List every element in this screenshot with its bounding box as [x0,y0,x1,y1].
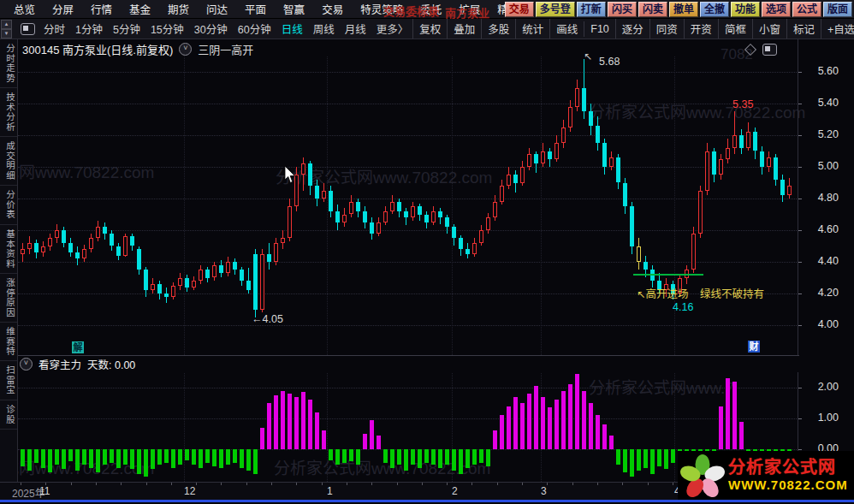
candle-body [205,270,210,277]
x-axis-tick [522,483,523,485]
toolbar-action-复权[interactable]: 复权 [412,19,447,39]
candle-body [329,191,333,211]
window-layout-icon[interactable] [21,23,35,35]
candle-body [575,88,579,107]
chevron-down-icon[interactable]: ˅ [20,358,33,371]
diamond-marker-icon[interactable] [744,44,756,56]
toolbar-action-小窗[interactable]: 小窗 [752,19,786,39]
chart-badge-财[interactable]: 财 [748,341,760,353]
quick-button-功能[interactable]: 功能 [731,2,760,17]
histogram-bar [157,449,162,465]
candle-body [520,167,525,183]
histogram-bar [103,449,107,465]
quick-button-选项[interactable]: 选项 [762,2,791,17]
toolbar-action-+自选[interactable]: +自选 [821,19,854,39]
toolbar-action-简框[interactable]: 简框 [718,19,752,39]
period-tab-周线[interactable]: 周线 [309,21,339,37]
histogram-bar [75,449,80,471]
quick-button-交易[interactable]: 交易 [505,2,534,17]
y-axis-label: 4.00 [801,318,839,330]
x-axis-tick [146,483,147,485]
x-axis-tick [45,483,46,485]
menu-item-分屏[interactable]: 分屏 [44,1,82,17]
quick-button-闪买[interactable]: 闪买 [608,2,637,17]
quick-button-闪卖[interactable]: 闪卖 [638,2,667,17]
toolbar-action-多股[interactable]: 多股 [481,19,515,39]
period-tab-30分钟[interactable]: 30分钟 [190,21,232,37]
period-tab-15分钟[interactable]: 15分钟 [146,21,188,37]
toolbar-action-开资[interactable]: 开资 [684,19,718,39]
period-tab-60分钟[interactable]: 60分钟 [234,21,276,37]
candle-body [527,154,531,167]
candle-body [438,211,442,217]
sidebar-item-分价表[interactable]: 分价表 [0,186,17,225]
histogram-bar [657,449,661,466]
candle-body [486,217,490,230]
histogram-bar [520,403,525,449]
candle-body [96,227,100,238]
sidebar-item-诊股[interactable]: 诊股 [0,400,17,430]
chevron-down-icon[interactable]: ˅ [179,43,192,56]
period-tab-月线[interactable]: 月线 [341,21,371,37]
toolbar-action-画线[interactable]: 画线 [549,19,584,39]
histogram-bar [253,449,258,474]
chart-badge-解[interactable]: 解 [72,341,84,353]
histogram-bar [513,397,518,449]
candle-body [103,227,107,233]
menu-item-交易[interactable]: 交易 [313,1,352,17]
menu-item-行情[interactable]: 行情 [82,1,121,17]
candle-body [370,222,374,234]
histogram-bar [623,449,627,472]
histogram-bar [151,449,155,469]
x-axis-tick [497,483,498,485]
toolbar-action-统计[interactable]: 统计 [515,19,549,39]
toolbar-action-逐分[interactable]: 逐分 [615,19,649,39]
candle-body [349,202,353,215]
sidebar-item-扫雷宝[interactable]: 扫雷宝 [0,361,17,400]
sidebar-item-涨停原因[interactable]: 涨停原因 [0,274,17,323]
period-tab-5分钟[interactable]: 5分钟 [109,21,145,37]
h-gridline [18,104,797,104]
histogram-bar [411,449,415,465]
sidebar-item-成交明细[interactable]: 成交明细 [0,137,17,186]
toolbar-action-叠加[interactable]: 叠加 [447,19,481,39]
quick-button-多号登[interactable]: 多号登 [536,2,575,17]
x-axis-tick [471,483,472,485]
period-tab-日线[interactable]: 日线 [277,21,307,37]
menu-item-总览[interactable]: 总览 [5,1,44,17]
spinner-down-icon[interactable]: ▼ [1,29,12,39]
menu-item-期货[interactable]: 期货 [159,1,198,17]
sidebar-item-分时走势[interactable]: 分时走势 [0,39,17,88]
toolbar-action-同资[interactable]: 同资 [649,19,684,39]
candle-body [157,284,162,294]
candle-body [130,236,134,246]
histogram-bar [110,449,114,463]
toolbar-action-F10[interactable]: F10 [584,21,615,37]
period-tab-分时[interactable]: 分时 [39,21,69,37]
scroll-spinner[interactable]: ▲ ▼ [1,20,12,38]
candle-body [404,211,408,217]
quick-button-版面[interactable]: 版面 [823,2,852,17]
histogram-bar [568,384,572,449]
sidebar-item-基本资料[interactable]: 基本资料 [0,225,17,274]
quick-button-全撤[interactable]: 全撤 [700,2,729,17]
quick-button-公式[interactable]: 公式 [792,2,821,17]
quick-button-打新[interactable]: 打新 [577,2,606,17]
menu-item-基金[interactable]: 基金 [121,1,159,17]
spinner-up-icon[interactable]: ▲ [1,20,12,29]
sidebar-item-技术分析[interactable]: 技术分析 [0,88,17,137]
candle-body [774,157,778,180]
menu-item-问达[interactable]: 问达 [198,1,236,17]
quick-button-撤单[interactable]: 撤单 [669,2,698,17]
sidebar-item-维赛特[interactable]: 维赛特 [0,323,17,362]
period-tab-1分钟[interactable]: 1分钟 [71,21,107,37]
menu-item-智赢[interactable]: 智赢 [275,1,313,17]
menu-item-平面[interactable]: 平面 [236,1,275,17]
chart-layer: 公式网www.70822.com分析家公式网www.70822.com分析家公式… [0,0,854,504]
chart-annotation: ←4.05 [252,313,283,325]
panel-toggle-icon[interactable] [762,44,777,56]
period-tab-更多〉[interactable]: 更多〉 [372,21,413,37]
histogram-bar [123,449,128,465]
period-tabs: 分时1分钟5分钟15分钟30分钟60分钟日线周线月线更多〉 [0,21,412,37]
toolbar-action-标记[interactable]: 标记 [786,19,821,39]
